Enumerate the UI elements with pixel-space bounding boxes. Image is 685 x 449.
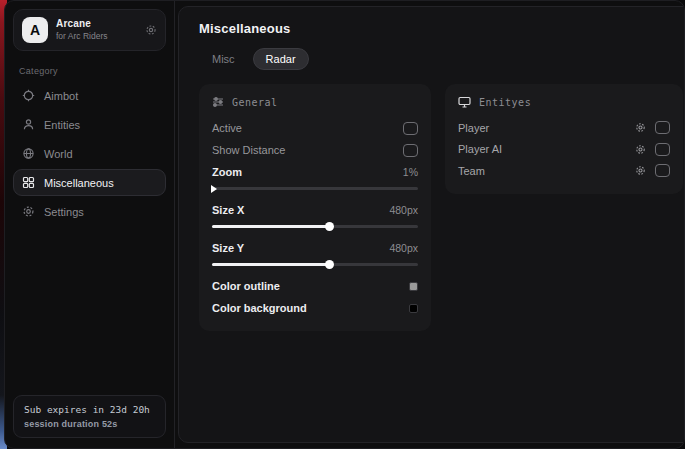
- zoom-value: 1%: [403, 166, 418, 178]
- setting-row-size-y: Size Y 480px: [212, 237, 418, 259]
- zoom-slider[interactable]: [212, 187, 418, 190]
- general-card-title: General: [232, 97, 278, 108]
- setting-row-color-outline: Color outline: [212, 275, 418, 297]
- slider-thumb[interactable]: [211, 185, 217, 193]
- brand-text: Arcane for Arc Riders: [56, 18, 108, 41]
- entities-card: Entityes Player Player AI: [445, 84, 683, 194]
- globe-icon: [22, 147, 35, 160]
- app-subtitle: for Arc Riders: [56, 32, 108, 42]
- sidebar-item-label: Aimbot: [44, 90, 78, 102]
- slider-thumb[interactable]: [325, 260, 334, 269]
- entity-label: Player: [458, 122, 489, 134]
- session-duration-text: session duration 52s: [24, 419, 155, 429]
- gear-icon[interactable]: [635, 165, 646, 176]
- player-checkbox[interactable]: [655, 121, 670, 134]
- grid-icon: [22, 176, 35, 189]
- tab-bar: Misc Radar: [199, 48, 683, 70]
- sidebar-item-label: Settings: [44, 206, 84, 218]
- entity-label: Player AI: [458, 143, 502, 155]
- sliders-icon: [212, 96, 224, 108]
- main-panel: Miscellaneous Misc Radar General Active: [178, 6, 685, 443]
- general-card: General Active Show Distance Zoom 1%: [199, 84, 431, 331]
- player-ai-checkbox[interactable]: [655, 143, 670, 156]
- sidebar-item-label: Entities: [44, 119, 80, 131]
- size-x-value: 480px: [389, 204, 418, 216]
- entity-row-player: Player: [458, 117, 670, 139]
- sidebar-item-label: World: [44, 148, 73, 160]
- gear-icon[interactable]: [635, 122, 646, 133]
- setting-label: Active: [212, 122, 242, 134]
- brand-card: A Arcane for Arc Riders: [13, 9, 166, 51]
- page-title: Miscellaneous: [199, 21, 683, 36]
- slider-thumb[interactable]: [325, 222, 334, 231]
- sub-expiry-text: Sub expires in 23d 20h: [24, 404, 155, 415]
- size-y-value: 480px: [389, 242, 418, 254]
- setting-label: Zoom: [212, 166, 242, 178]
- setting-label: Color background: [212, 302, 307, 314]
- setting-row-zoom: Zoom 1%: [212, 161, 418, 183]
- active-checkbox[interactable]: [403, 122, 418, 135]
- size-y-slider[interactable]: [212, 263, 418, 266]
- sidebar-item-aimbot[interactable]: Aimbot: [13, 82, 166, 109]
- setting-row-active: Active: [212, 117, 418, 139]
- setting-label: Size X: [212, 204, 244, 216]
- team-checkbox[interactable]: [655, 164, 670, 177]
- app-logo: A: [22, 17, 48, 43]
- setting-label: Size Y: [212, 242, 244, 254]
- show-distance-checkbox[interactable]: [403, 144, 418, 157]
- tab-misc[interactable]: Misc: [199, 48, 248, 70]
- general-card-header: General: [212, 96, 418, 108]
- sidebar-item-label: Miscellaneous: [44, 177, 114, 189]
- subscription-status-box: Sub expires in 23d 20h session duration …: [13, 395, 166, 438]
- entity-row-team: Team: [458, 160, 670, 182]
- entity-row-player-ai: Player AI: [458, 139, 670, 161]
- monitor-icon: [458, 96, 471, 108]
- gear-icon[interactable]: [635, 144, 646, 155]
- cards-row: General Active Show Distance Zoom 1%: [199, 84, 683, 331]
- entity-label: Team: [458, 165, 485, 177]
- sidebar: A Arcane for Arc Riders Category Aimbot: [5, 1, 175, 448]
- color-outline-swatch[interactable]: [409, 282, 418, 291]
- app-window: A Arcane for Arc Riders Category Aimbot: [4, 0, 685, 449]
- tab-radar[interactable]: Radar: [253, 48, 309, 70]
- sidebar-item-miscellaneous[interactable]: Miscellaneous: [13, 169, 166, 196]
- sidebar-item-world[interactable]: World: [13, 140, 166, 167]
- sidebar-item-settings[interactable]: Settings: [13, 198, 166, 225]
- setting-label: Show Distance: [212, 144, 285, 156]
- setting-row-size-x: Size X 480px: [212, 199, 418, 221]
- entities-card-header: Entityes: [458, 96, 670, 108]
- setting-row-color-background: Color background: [212, 297, 418, 319]
- crosshair-icon: [22, 89, 35, 102]
- size-x-slider[interactable]: [212, 225, 418, 228]
- category-label: Category: [19, 66, 160, 76]
- sidebar-item-entities[interactable]: Entities: [13, 111, 166, 138]
- color-background-swatch[interactable]: [409, 304, 418, 313]
- person-icon: [22, 118, 35, 131]
- setting-label: Color outline: [212, 280, 280, 292]
- gear-icon[interactable]: [145, 24, 157, 36]
- gear-icon: [22, 205, 35, 218]
- setting-row-show-distance: Show Distance: [212, 139, 418, 161]
- entities-card-title: Entityes: [479, 97, 531, 108]
- app-name: Arcane: [56, 18, 108, 30]
